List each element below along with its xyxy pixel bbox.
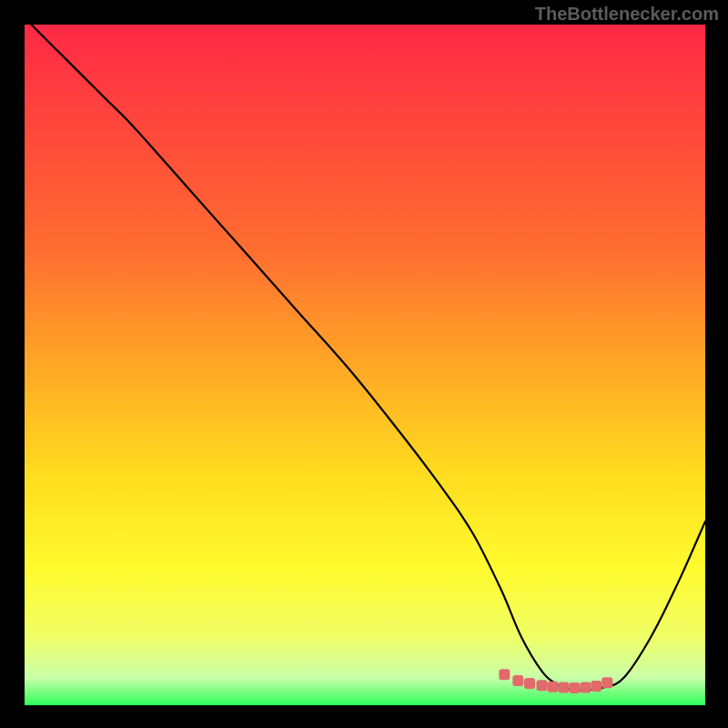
watermark-text: TheBottlenecker.com xyxy=(535,4,719,25)
chart-container: TheBottlenecker.com xyxy=(0,0,728,728)
plot-background xyxy=(25,25,705,705)
optimal-marker xyxy=(499,669,510,680)
optimal-marker xyxy=(558,682,569,693)
optimal-marker xyxy=(591,681,602,692)
bottleneck-curve-chart xyxy=(0,0,728,728)
optimal-marker xyxy=(580,682,591,693)
optimal-marker xyxy=(536,680,547,691)
optimal-marker xyxy=(512,675,523,686)
optimal-marker xyxy=(602,677,612,688)
optimal-marker xyxy=(547,682,558,693)
optimal-marker xyxy=(569,682,580,693)
optimal-marker xyxy=(524,678,535,689)
